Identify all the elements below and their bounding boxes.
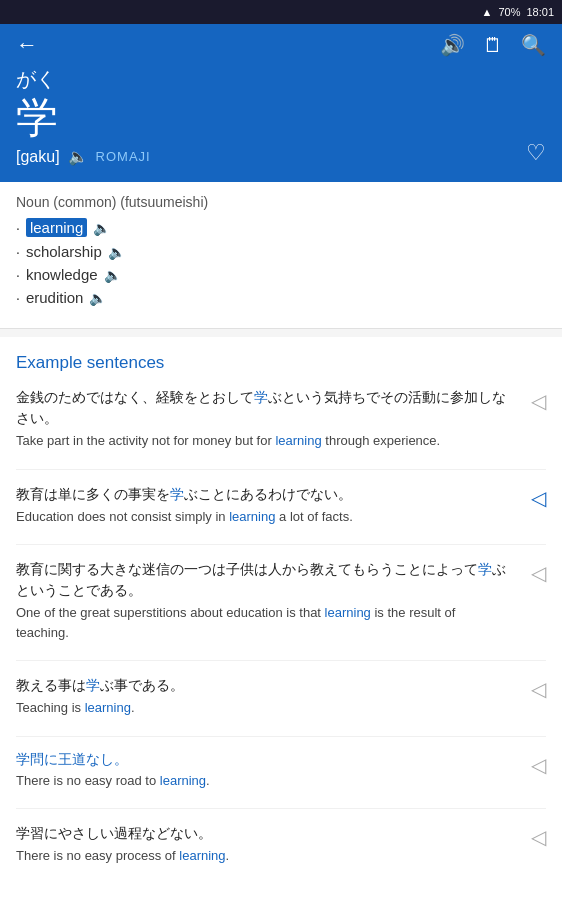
example-en-1: Education does not consist simply in lea… xyxy=(16,507,546,527)
example-block-4: 学問に王道なし。 There is no easy road to learni… xyxy=(16,751,546,791)
document-button[interactable]: 🗒 xyxy=(483,34,503,57)
learning-link-4[interactable]: learning xyxy=(160,773,206,788)
romaji-label: ROMAJI xyxy=(96,149,151,164)
word-kanji: 学 xyxy=(16,97,546,139)
romaji-bracket: [gaku] xyxy=(16,148,60,166)
learning-link-5[interactable]: learning xyxy=(179,848,225,863)
def-word-2: knowledge xyxy=(26,266,98,283)
search-button[interactable]: 🔍 xyxy=(521,33,546,57)
example-block-1: 教育は単に多くの事実を学ぶことにあるわけでない。 Education does … xyxy=(16,484,546,527)
example-jp-1: 教育は単に多くの事実を学ぶことにあるわけでない。 xyxy=(16,484,546,505)
def-audio-3[interactable]: 🔈 xyxy=(89,290,106,306)
bullet-1: · xyxy=(16,244,20,260)
learning-link-1[interactable]: learning xyxy=(229,509,275,524)
time-label: 18:01 xyxy=(526,6,554,18)
example-block-0: 金銭のためではなく、経験をとおして学ぶという気持ちでその活動に参加しなさい。 T… xyxy=(16,387,546,451)
example-jp-0: 金銭のためではなく、経験をとおして学ぶという気持ちでその活動に参加しなさい。 xyxy=(16,387,546,429)
kanji-link-0: 学 xyxy=(254,389,268,405)
def-word-1: scholarship xyxy=(26,243,102,260)
example-jp-2: 教育に関する大きな迷信の一つは子供は人から教えてもらうことによって学ぶということ… xyxy=(16,559,546,601)
example-audio-1[interactable]: ◁ xyxy=(531,486,546,510)
kanji-link-2: 学 xyxy=(478,561,492,577)
example-jp-3: 教える事は学ぶ事である。 xyxy=(16,675,546,696)
definition-item-2: · knowledge 🔈 xyxy=(16,266,546,283)
def-audio-1[interactable]: 🔈 xyxy=(108,244,125,260)
bullet-3: · xyxy=(16,290,20,306)
def-audio-0[interactable]: 🔈 xyxy=(93,220,110,236)
divider-0 xyxy=(16,469,546,470)
battery-label: 70% xyxy=(498,6,520,18)
examples-title: Example sentences xyxy=(16,353,546,373)
example-en-5: There is no easy process of learning. xyxy=(16,846,546,866)
learning-link-3[interactable]: learning xyxy=(85,700,131,715)
example-jp-5: 学習にやさしい過程などない。 xyxy=(16,823,546,844)
part-of-speech: Noun (common) (futsuumeishi) xyxy=(16,194,546,210)
example-en-2: One of the great superstitions about edu… xyxy=(16,603,546,642)
def-audio-2[interactable]: 🔈 xyxy=(104,267,121,283)
examples-section: Example sentences 金銭のためではなく、経験をとおして学ぶという… xyxy=(0,337,562,900)
header-top-bar: ← 🔊 🗒 🔍 xyxy=(16,32,546,58)
header: ← 🔊 🗒 🔍 がく 学 [gaku] 🔈 ROMAJI ♡ xyxy=(0,24,562,182)
wifi-icon: ▲ xyxy=(482,6,493,18)
divider-4 xyxy=(16,808,546,809)
bullet-0: · xyxy=(16,220,20,236)
example-en-4: There is no easy road to learning. xyxy=(16,771,546,791)
header-icons: 🔊 🗒 🔍 xyxy=(440,33,546,57)
divider-1 xyxy=(16,544,546,545)
word-hiragana: がく xyxy=(16,66,546,93)
definition-item-1: · scholarship 🔈 xyxy=(16,243,546,260)
definition-item-0: · learning 🔈 xyxy=(16,218,546,237)
learning-link-0[interactable]: learning xyxy=(275,433,321,448)
example-jp-standalone-4: 学問に王道なし。 xyxy=(16,751,546,769)
example-block-3: 教える事は学ぶ事である。 Teaching is learning. ◁ xyxy=(16,675,546,718)
bullet-2: · xyxy=(16,267,20,283)
romaji-row: [gaku] 🔈 ROMAJI xyxy=(16,147,546,166)
definitions-section: Noun (common) (futsuumeishi) · learning … xyxy=(0,182,562,329)
example-audio-0[interactable]: ◁ xyxy=(531,389,546,413)
example-block-5: 学習にやさしい過程などない。 There is no easy process … xyxy=(16,823,546,866)
example-audio-4[interactable]: ◁ xyxy=(531,753,546,777)
example-en-0: Take part in the activity not for money … xyxy=(16,431,546,451)
romaji-sound-button[interactable]: 🔈 xyxy=(68,147,88,166)
example-audio-5[interactable]: ◁ xyxy=(531,825,546,849)
back-button[interactable]: ← xyxy=(16,32,38,58)
example-en-3: Teaching is learning. xyxy=(16,698,546,718)
divider-3 xyxy=(16,736,546,737)
favorite-button[interactable]: ♡ xyxy=(526,140,546,166)
example-audio-2[interactable]: ◁ xyxy=(531,561,546,585)
status-bar: ▲ 70% 18:01 xyxy=(0,0,562,24)
definition-item-3: · erudition 🔈 xyxy=(16,289,546,306)
kanji-link-3: 学 xyxy=(86,677,100,693)
example-block-2: 教育に関する大きな迷信の一つは子供は人から教えてもらうことによって学ぶということ… xyxy=(16,559,546,642)
kanji-link-1: 学 xyxy=(170,486,184,502)
example-audio-3[interactable]: ◁ xyxy=(531,677,546,701)
def-word-0: learning xyxy=(26,218,87,237)
divider-2 xyxy=(16,660,546,661)
learning-link-2[interactable]: learning xyxy=(325,605,371,620)
def-word-3: erudition xyxy=(26,289,84,306)
volume-button[interactable]: 🔊 xyxy=(440,33,465,57)
